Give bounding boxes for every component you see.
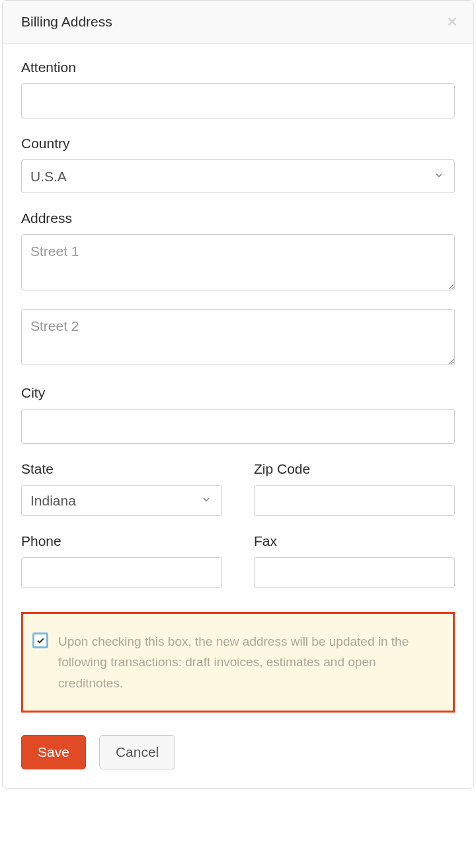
update-transactions-notice: Upon checking this box, the new address … <box>21 612 455 713</box>
city-group: City <box>21 385 455 444</box>
cancel-button[interactable]: Cancel <box>99 735 175 769</box>
modal-header: Billing Address × <box>3 1 473 44</box>
modal-body: Attention Country U.S.A Address City <box>3 44 473 788</box>
state-label: State <box>21 461 222 477</box>
state-select[interactable]: Indiana <box>21 485 222 516</box>
update-transactions-checkbox[interactable] <box>32 632 48 648</box>
modal-title: Billing Address <box>21 14 112 30</box>
phone-group: Phone <box>21 533 222 588</box>
fax-label: Fax <box>254 533 455 549</box>
city-input[interactable] <box>21 409 455 444</box>
address-label: Address <box>21 210 455 226</box>
fax-group: Fax <box>254 533 455 588</box>
attention-label: Attention <box>21 60 455 75</box>
state-select-wrapper: Indiana <box>21 485 222 516</box>
modal-footer: Save Cancel <box>21 735 455 769</box>
zip-group: Zip Code <box>254 461 455 516</box>
billing-address-modal: Billing Address × Attention Country U.S.… <box>2 0 474 789</box>
address-group: Address <box>21 210 455 368</box>
country-group: Country U.S.A <box>21 136 455 193</box>
country-select[interactable]: U.S.A <box>21 159 455 193</box>
save-button[interactable]: Save <box>21 735 86 769</box>
phone-input[interactable] <box>21 557 222 588</box>
attention-group: Attention <box>21 60 455 118</box>
country-label: Country <box>21 136 455 152</box>
state-group: State Indiana <box>21 461 222 516</box>
notice-text: Upon checking this box, the new address … <box>58 631 441 693</box>
phone-fax-row: Phone Fax <box>21 533 455 605</box>
zip-input[interactable] <box>254 485 455 516</box>
zip-label: Zip Code <box>254 461 455 477</box>
close-icon[interactable]: × <box>447 13 457 31</box>
country-select-wrapper: U.S.A <box>21 159 455 193</box>
fax-input[interactable] <box>254 557 455 588</box>
phone-label: Phone <box>21 533 222 549</box>
state-zip-row: State Indiana Zip Code <box>21 461 455 533</box>
check-icon <box>36 636 45 645</box>
street2-input[interactable] <box>21 309 455 365</box>
street1-input[interactable] <box>21 234 455 290</box>
attention-input[interactable] <box>21 83 455 118</box>
city-label: City <box>21 385 455 401</box>
